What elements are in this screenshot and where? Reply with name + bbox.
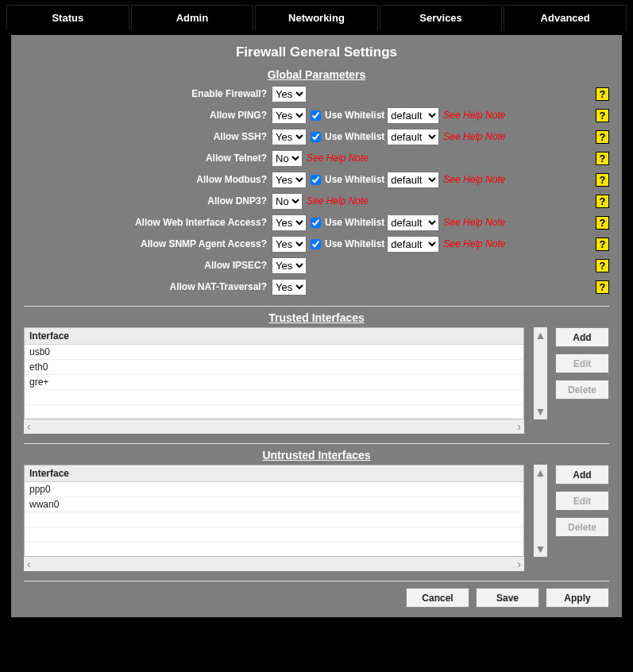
help-icon[interactable]: ? (596, 109, 609, 122)
label-enable-firewall: Enable Firewall? (24, 88, 272, 99)
chevron-up-icon: ▲ (535, 329, 546, 342)
label-use-whitelist: Use Whitelist (325, 174, 384, 185)
untrusted-add-button[interactable]: Add (555, 465, 609, 485)
table-row[interactable] (25, 527, 523, 543)
chevron-left-icon: ‹ (27, 558, 31, 570)
label-use-whitelist: Use Whitelist (325, 238, 384, 249)
checkbox-modbus-whitelist[interactable] (311, 175, 321, 185)
select-ping-whitelist[interactable]: default (387, 107, 439, 124)
select-allow-dnp3[interactable]: No (272, 193, 303, 210)
select-enable-firewall[interactable]: Yes (272, 86, 307, 102)
select-allow-snmp[interactable]: Yes (272, 236, 307, 253)
help-icon[interactable]: ? (596, 216, 609, 230)
help-note: See Help Note (307, 153, 369, 164)
chevron-down-icon: ▼ (535, 543, 546, 555)
table-row[interactable]: usb0 (25, 345, 523, 360)
apply-button[interactable]: Apply (546, 588, 609, 608)
help-icon[interactable]: ? (596, 195, 609, 208)
help-note: See Help Note (443, 217, 505, 228)
select-allow-modbus[interactable]: Yes (272, 172, 307, 188)
chevron-right-icon: › (517, 558, 521, 570)
help-icon[interactable]: ? (596, 87, 609, 101)
trusted-delete-button[interactable]: Delete (555, 380, 609, 400)
chevron-down-icon: ▼ (535, 405, 546, 418)
help-note: See Help Note (443, 131, 505, 142)
label-use-whitelist: Use Whitelist (325, 217, 384, 228)
untrusted-edit-button[interactable]: Edit (555, 491, 609, 511)
save-button[interactable]: Save (476, 588, 539, 608)
scrollbar-vertical[interactable]: ▲ ▼ (534, 327, 547, 419)
table-row[interactable] (25, 512, 523, 527)
nav-networking[interactable]: Networking (255, 5, 378, 30)
label-allow-telnet: Allow Telnet? (24, 153, 272, 164)
label-use-whitelist: Use Whitelist (325, 131, 384, 142)
section-trusted-interfaces: Trusted Interfaces (24, 311, 609, 324)
page-title: Firewall General Settings (24, 44, 609, 60)
label-allow-ssh: Allow SSH? (24, 131, 272, 142)
label-allow-dnp3: Allow DNP3? (24, 195, 272, 207)
scrollbar-vertical[interactable]: ▲ ▼ (534, 465, 547, 557)
chevron-up-icon: ▲ (535, 466, 546, 479)
table-row[interactable]: ppp0 (25, 482, 523, 497)
section-untrusted-interfaces: Untrusted Interfaces (24, 449, 609, 462)
select-allow-web[interactable]: Yes (272, 214, 307, 231)
help-icon[interactable]: ? (596, 238, 609, 251)
trusted-add-button[interactable]: Add (555, 327, 609, 347)
column-interface: Interface (25, 465, 523, 482)
chevron-left-icon: ‹ (27, 420, 31, 433)
divider (24, 581, 609, 581)
checkbox-ping-whitelist[interactable] (311, 110, 321, 121)
help-icon[interactable]: ? (596, 152, 609, 165)
select-snmp-whitelist[interactable]: default (387, 236, 439, 253)
label-allow-snmp: Allow SNMP Agent Access? (24, 238, 272, 249)
help-note: See Help Note (443, 238, 505, 249)
nav-services[interactable]: Services (380, 5, 503, 30)
select-web-whitelist[interactable]: default (387, 214, 439, 231)
untrusted-interfaces-table[interactable]: Interface ppp0 wwan0 ▲ ▼ (24, 465, 524, 557)
label-allow-ipsec: Allow IPSEC? (24, 260, 272, 271)
help-note: See Help Note (443, 174, 505, 185)
nav-status[interactable]: Status (6, 5, 129, 30)
label-allow-web: Allow Web Interface Access? (24, 217, 272, 228)
select-modbus-whitelist[interactable]: default (387, 172, 439, 188)
divider (24, 443, 609, 444)
help-icon[interactable]: ? (596, 280, 609, 294)
section-global-parameters: Global Parameters (24, 68, 609, 81)
column-interface: Interface (25, 328, 523, 345)
label-allow-ping: Allow PING? (24, 110, 272, 121)
select-allow-ipsec[interactable]: Yes (272, 257, 307, 274)
label-allow-nat-traversal: Allow NAT-Traversal? (24, 281, 272, 292)
cancel-button[interactable]: Cancel (406, 588, 469, 608)
help-note: See Help Note (307, 195, 369, 207)
scrollbar-horizontal[interactable]: ‹ › (24, 419, 524, 434)
nav-advanced[interactable]: Advanced (504, 5, 627, 30)
table-row[interactable]: gre+ (25, 375, 523, 390)
help-icon[interactable]: ? (596, 173, 609, 187)
select-allow-nat-traversal[interactable]: Yes (272, 279, 307, 295)
select-allow-ssh[interactable]: Yes (272, 129, 307, 145)
help-note: See Help Note (443, 110, 505, 121)
label-allow-modbus: Allow Modbus? (24, 174, 272, 185)
table-row[interactable] (25, 390, 523, 405)
trusted-interfaces-table[interactable]: Interface usb0 eth0 gre+ ▲ ▼ (24, 327, 524, 419)
checkbox-snmp-whitelist[interactable] (311, 239, 321, 249)
help-icon[interactable]: ? (596, 130, 609, 144)
checkbox-web-whitelist[interactable] (311, 218, 321, 228)
select-allow-ping[interactable]: Yes (272, 107, 307, 124)
divider (24, 306, 609, 307)
help-icon[interactable]: ? (596, 259, 609, 272)
table-row[interactable]: wwan0 (25, 497, 523, 512)
table-row[interactable]: eth0 (25, 360, 523, 375)
scrollbar-horizontal[interactable]: ‹ › (24, 557, 524, 571)
checkbox-ssh-whitelist[interactable] (311, 132, 321, 142)
select-allow-telnet[interactable]: No (272, 150, 303, 167)
nav-admin[interactable]: Admin (131, 5, 254, 30)
trusted-edit-button[interactable]: Edit (555, 353, 609, 373)
select-ssh-whitelist[interactable]: default (387, 129, 439, 145)
chevron-right-icon: › (517, 420, 521, 433)
label-use-whitelist: Use Whitelist (325, 110, 384, 121)
untrusted-delete-button[interactable]: Delete (555, 517, 609, 537)
